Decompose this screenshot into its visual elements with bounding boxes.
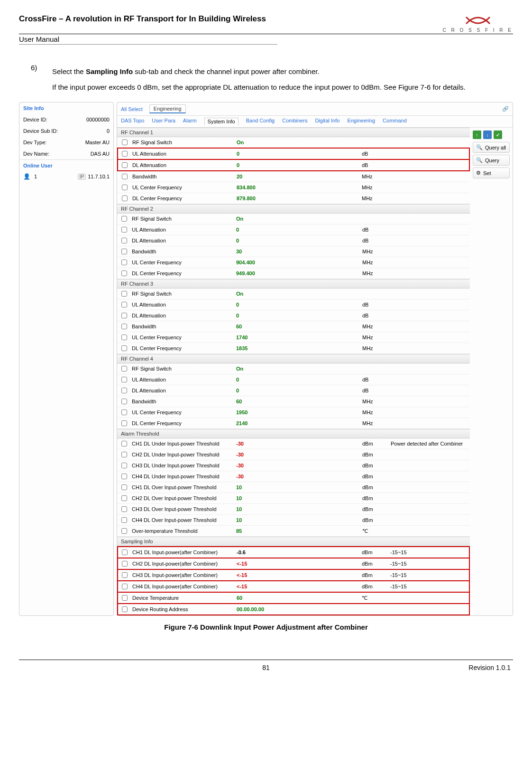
param-unit: dB xyxy=(361,374,389,385)
param-value: On xyxy=(235,214,361,224)
row-checkbox[interactable] xyxy=(121,484,127,490)
row-checkbox[interactable] xyxy=(122,595,128,601)
param-value: -0.6 xyxy=(235,547,360,558)
param-value: On xyxy=(235,288,361,299)
table-row: CH3 DL Under Input-power Threshold -30 d… xyxy=(117,460,470,471)
param-unit: MHz xyxy=(361,407,389,418)
doc-subtitle: User Manual xyxy=(19,35,277,45)
row-checkbox[interactable] xyxy=(121,335,127,340)
param-label: RF Signal Switch xyxy=(130,288,235,299)
param-label: DL Center Frequency xyxy=(130,343,235,354)
param-note xyxy=(389,257,470,268)
row-checkbox[interactable] xyxy=(121,388,127,393)
row-checkbox[interactable] xyxy=(122,549,128,555)
set-button[interactable]: ⚙Set xyxy=(473,167,510,178)
param-unit: dB xyxy=(361,224,389,235)
row-checkbox[interactable] xyxy=(121,377,127,382)
tab-engineering[interactable]: Engineering xyxy=(149,104,186,113)
row-checkbox[interactable] xyxy=(122,140,128,145)
param-label: UL Center Frequency xyxy=(130,407,235,418)
subtab-alarm[interactable]: Alarm xyxy=(183,118,197,125)
param-note xyxy=(389,193,469,204)
row-checkbox[interactable] xyxy=(121,528,127,534)
search-icon: 🔍 xyxy=(476,144,483,150)
row-checkbox[interactable] xyxy=(122,606,128,612)
param-value: 879.800 xyxy=(235,193,360,204)
param-value: 10 xyxy=(235,493,361,504)
row-checkbox[interactable] xyxy=(121,441,127,447)
query-all-button[interactable]: 🔍Query all xyxy=(473,142,510,153)
row-checkbox[interactable] xyxy=(121,270,127,276)
table-row: CH4 DL Over Input-power Threshold 10 dBm xyxy=(117,515,470,526)
row-checkbox[interactable] xyxy=(122,185,128,190)
subtab-engineering[interactable]: Engineering xyxy=(347,118,375,125)
section-head: Alarm Threshold xyxy=(117,429,470,438)
param-unit: dBm xyxy=(360,547,389,558)
param-note xyxy=(389,299,470,310)
subtab-digital-info[interactable]: Digital Info xyxy=(315,118,339,125)
upload-icon[interactable]: ↑ xyxy=(473,130,481,139)
param-note xyxy=(389,321,470,332)
row-checkbox[interactable] xyxy=(121,506,127,512)
param-note xyxy=(389,604,469,615)
param-label: DL Attenuation xyxy=(130,310,235,321)
param-unit: dBm xyxy=(361,482,389,493)
row-checkbox[interactable] xyxy=(121,517,127,523)
param-unit: dB xyxy=(360,159,389,171)
row-checkbox[interactable] xyxy=(121,495,127,501)
row-checkbox[interactable] xyxy=(121,366,127,372)
row-checkbox[interactable] xyxy=(121,452,127,457)
table-row: DL Center Frequency 879.800 MHz xyxy=(118,193,469,204)
param-note: -15~15 xyxy=(389,581,469,592)
subtab-das-topo[interactable]: DAS Topo xyxy=(121,118,144,125)
param-note xyxy=(389,288,470,299)
row-checkbox[interactable] xyxy=(122,195,128,201)
row-checkbox[interactable] xyxy=(121,260,127,265)
tab-all-select[interactable]: All Select xyxy=(121,106,143,112)
ip-value: 11.7.10.1 xyxy=(88,174,110,179)
row-checkbox[interactable] xyxy=(121,409,127,415)
row-checkbox[interactable] xyxy=(121,227,127,233)
row-checkbox[interactable] xyxy=(121,345,127,351)
table-row: CH2 DL Over Input-power Threshold 10 dBm xyxy=(117,493,470,504)
row-checkbox[interactable] xyxy=(121,291,127,297)
table-row: UL Center Frequency 834.800 MHz xyxy=(118,182,469,193)
row-checkbox[interactable] xyxy=(122,151,128,157)
param-note xyxy=(389,171,469,182)
query-button[interactable]: 🔍Query xyxy=(473,155,510,166)
subtab-user-para[interactable]: User Para xyxy=(152,118,175,125)
param-unit: MHz xyxy=(361,257,389,268)
row-checkbox[interactable] xyxy=(122,162,128,168)
param-value: 60 xyxy=(235,396,361,407)
confirm-icon[interactable]: ✓ xyxy=(494,130,502,139)
row-checkbox[interactable] xyxy=(121,420,127,426)
row-checkbox[interactable] xyxy=(121,249,127,254)
table-row: Device Temperature 60 ℃ xyxy=(118,592,469,604)
subtab-command[interactable]: Command xyxy=(383,118,407,125)
param-unit: dBm xyxy=(360,581,389,592)
row-checkbox[interactable] xyxy=(121,324,127,329)
row-checkbox[interactable] xyxy=(121,216,127,222)
share-icon[interactable]: 🔗 xyxy=(502,106,509,112)
download-icon[interactable]: ↓ xyxy=(483,130,492,139)
row-checkbox[interactable] xyxy=(121,399,127,404)
revision: Revision 1.0.1 xyxy=(468,664,511,671)
row-checkbox[interactable] xyxy=(121,302,127,307)
subtab-system-info[interactable]: System Info xyxy=(204,118,238,126)
row-checkbox[interactable] xyxy=(121,474,127,479)
row-checkbox[interactable] xyxy=(122,174,128,179)
table-row: DL Center Frequency 1835 MHz xyxy=(117,343,470,354)
row-checkbox[interactable] xyxy=(121,463,127,468)
table-row: DL Center Frequency 2140 MHz xyxy=(117,418,470,429)
row-checkbox[interactable] xyxy=(121,238,127,243)
row-checkbox[interactable] xyxy=(122,584,128,589)
param-note xyxy=(389,332,470,343)
subtab-band-config[interactable]: Band Config xyxy=(246,118,275,125)
row-checkbox[interactable] xyxy=(122,572,128,578)
row-checkbox[interactable] xyxy=(121,313,127,318)
row-checkbox[interactable] xyxy=(122,561,128,567)
param-label: UL Attenuation xyxy=(130,299,235,310)
param-unit: MHz xyxy=(361,418,389,429)
subtab-combiners[interactable]: Combiners xyxy=(282,118,307,125)
param-note xyxy=(389,460,470,471)
